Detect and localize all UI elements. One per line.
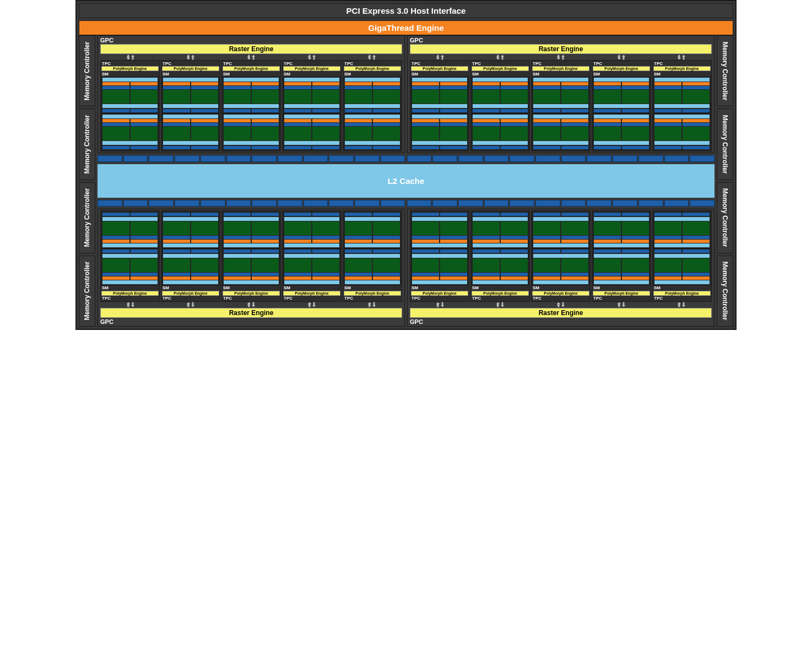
cuda-core: [562, 270, 568, 272]
cuda-core: [320, 270, 326, 272]
svg-marker-19: [682, 55, 685, 60]
cuda-core: [454, 261, 460, 262]
cuda-core: [252, 136, 258, 137]
sm-bar-blue: [473, 213, 500, 216]
cuda-core: [614, 136, 620, 137]
cuda-core: [326, 267, 332, 268]
core-column: [284, 90, 311, 104]
cuda-core: [668, 270, 674, 272]
cuda-core: [662, 94, 668, 95]
cuda-core: [480, 129, 486, 130]
cuda-core: [345, 267, 351, 268]
cuda-core: [138, 129, 144, 130]
cuda-core: [601, 266, 607, 267]
cuda-core: [333, 224, 339, 225]
cuda-core: [569, 225, 575, 226]
cuda-core: [131, 270, 137, 272]
cuda-core: [441, 139, 447, 140]
cuda-core: [320, 139, 326, 140]
cuda-core: [547, 229, 553, 230]
cuda-core: [636, 229, 642, 230]
cuda-core: [432, 259, 439, 260]
cuda-core: [252, 139, 258, 140]
cuda-core: [177, 229, 183, 230]
cuda-core: [170, 267, 176, 268]
core-column: [345, 127, 372, 140]
cuda-core: [345, 262, 351, 263]
cuda-core: [298, 131, 304, 132]
cuda-core: [224, 259, 230, 260]
cuda-core: [703, 99, 709, 100]
cuda-core: [192, 267, 198, 268]
cuda-core: [432, 264, 439, 265]
cuda-core: [668, 95, 674, 96]
cuda-core: [131, 225, 137, 226]
sm-bar-light: [654, 254, 710, 258]
cuda-core: [272, 262, 278, 263]
cuda-core: [244, 264, 250, 265]
cuda-core: [441, 92, 447, 93]
svg-marker-1: [131, 55, 134, 60]
cuda-core: [164, 129, 170, 130]
cache-segment: [98, 155, 122, 162]
cache-segment: [638, 155, 663, 162]
cuda-core: [515, 261, 521, 262]
cuda-core: [224, 234, 230, 235]
strip-half: [407, 200, 715, 207]
cuda-core: [655, 264, 661, 265]
cuda-core: [151, 99, 157, 100]
sm-bar-light: [284, 280, 339, 284]
cuda-core: [326, 131, 332, 132]
polymorph-engine: PolyMorph Engine: [411, 66, 468, 71]
cuda-core: [629, 222, 635, 223]
cuda-core: [359, 94, 365, 95]
sm-bar-orange: [252, 119, 279, 122]
cuda-core: [413, 222, 419, 223]
cuda-core: [131, 132, 137, 133]
sm-bar-blue: [102, 123, 129, 126]
cuda-core: [373, 99, 380, 100]
cuda-core: [432, 92, 439, 93]
cuda-core: [521, 264, 527, 265]
polymorph-engine: PolyMorph Engine: [344, 291, 401, 296]
cuda-core: [480, 225, 486, 226]
cuda-core: [352, 99, 358, 100]
cuda-core: [333, 270, 339, 272]
cuda-core: [244, 131, 250, 132]
cuda-core: [608, 270, 614, 272]
cuda-core: [601, 97, 607, 98]
sm-bar-light: [533, 243, 588, 247]
cuda-core: [508, 266, 514, 267]
cuda-core: [562, 90, 568, 91]
cuda-core: [668, 267, 674, 268]
cuda-core: [690, 262, 696, 263]
sm-body: [344, 212, 401, 248]
sm-bar-light: [594, 115, 649, 118]
cuda-core: [540, 99, 546, 100]
cuda-core: [131, 97, 137, 98]
cuda-core: [266, 270, 272, 272]
cuda-core: [212, 264, 218, 265]
cuda-core: [662, 262, 668, 263]
cuda-core: [696, 225, 702, 226]
cuda-core: [655, 102, 661, 103]
cuda-core: [198, 100, 204, 101]
cuda-core: [272, 224, 278, 225]
cuda-core: [285, 224, 291, 225]
cuda-core: [103, 99, 109, 100]
cuda-core: [622, 264, 629, 265]
cuda-core: [244, 225, 250, 226]
sm-bar-orange: [683, 82, 710, 85]
cuda-core: [244, 269, 250, 270]
cuda-core: [266, 262, 272, 263]
sm-bar-blue: [131, 86, 158, 89]
cuda-core: [252, 100, 258, 101]
sm-bar-blue: [412, 123, 439, 126]
cuda-core: [177, 131, 183, 132]
cuda-core: [291, 92, 297, 93]
cuda-core: [183, 129, 190, 130]
cuda-core: [212, 90, 218, 91]
sm-bar-blue: [440, 273, 467, 276]
cuda-core: [345, 127, 351, 128]
cuda-core: [413, 232, 419, 233]
